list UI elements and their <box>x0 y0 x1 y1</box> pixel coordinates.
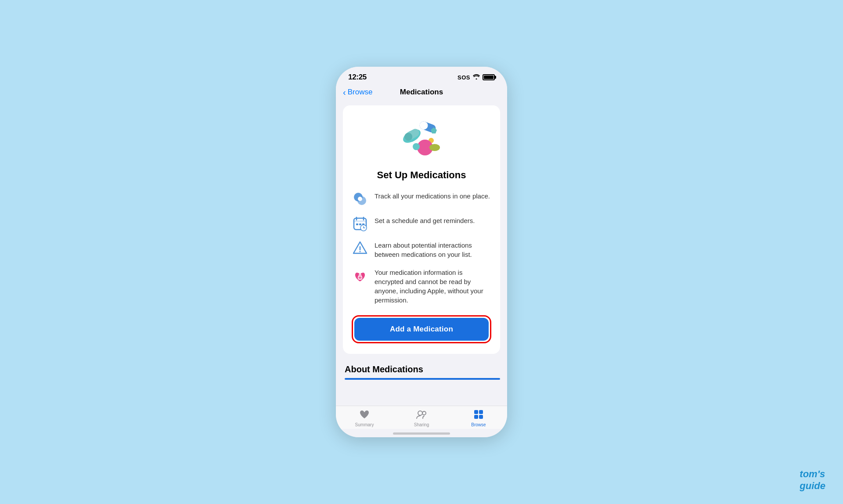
wifi-icon <box>473 74 480 81</box>
watermark-line1: tom's <box>800 468 825 480</box>
add-medication-button-wrapper: Add a Medication <box>352 315 491 343</box>
feature-item-track: Track all your medications in one place. <box>352 191 491 207</box>
watermark: tom's guide <box>800 468 825 492</box>
back-chevron-icon: ‹ <box>343 88 346 97</box>
home-bar <box>393 432 450 435</box>
tab-browse[interactable]: Browse <box>450 410 507 427</box>
battery-icon <box>483 74 495 80</box>
svg-rect-29 <box>474 410 478 414</box>
setup-title: Set Up Medications <box>377 169 466 181</box>
about-section: About Medications <box>336 357 507 383</box>
medication-graphic <box>395 118 448 162</box>
tab-summary[interactable]: Summary <box>336 410 393 427</box>
svg-rect-17 <box>356 223 358 225</box>
back-button[interactable]: ‹ Browse <box>343 88 395 97</box>
summary-heart-icon <box>359 410 370 421</box>
add-medication-button[interactable]: Add a Medication <box>354 318 489 341</box>
svg-rect-18 <box>359 223 361 225</box>
track-icon <box>352 191 368 207</box>
tab-summary-label: Summary <box>355 422 374 427</box>
svg-point-9 <box>429 144 440 151</box>
nav-bar: ‹ Browse Medications <box>336 84 507 102</box>
warning-icon <box>352 240 368 256</box>
tab-sharing-label: Sharing <box>414 422 429 427</box>
scroll-area: Set Up Medications Track all your medica… <box>336 102 507 406</box>
sos-indicator: SOS <box>458 74 470 81</box>
feature-text-interactions: Learn about potential interactions betwe… <box>375 240 491 259</box>
svg-point-12 <box>358 197 362 201</box>
browse-grid-icon <box>474 410 483 421</box>
nav-title: Medications <box>395 88 447 97</box>
svg-rect-30 <box>479 410 483 414</box>
svg-point-24 <box>360 251 361 252</box>
feature-item-schedule: Set a schedule and get reminders. <box>352 215 491 232</box>
phone-frame: 12:25 SOS ‹ Browse Medications <box>336 67 507 437</box>
status-bar: 12:25 SOS <box>336 67 507 84</box>
about-medications-title: About Medications <box>345 364 500 374</box>
about-bar <box>345 378 500 380</box>
tab-bar: Summary Sharing <box>336 406 507 429</box>
feature-text-track: Track all your medications in one place. <box>375 191 491 201</box>
feature-list: Track all your medications in one place. <box>352 191 491 305</box>
setup-card: Set Up Medications Track all your medica… <box>343 105 500 354</box>
status-icons: SOS <box>458 74 495 81</box>
back-label: Browse <box>348 88 373 97</box>
svg-rect-14 <box>354 220 366 222</box>
svg-point-28 <box>422 411 426 415</box>
tab-sharing[interactable]: Sharing <box>393 410 450 427</box>
lock-heart-icon <box>352 267 368 284</box>
svg-rect-32 <box>479 415 483 419</box>
feature-text-privacy: Your medication information is encrypted… <box>375 267 491 305</box>
feature-item-interactions: Learn about potential interactions betwe… <box>352 240 491 259</box>
svg-rect-31 <box>474 415 478 419</box>
tab-browse-label: Browse <box>471 422 486 427</box>
svg-point-8 <box>413 143 420 150</box>
feature-item-privacy: Your medication information is encrypted… <box>352 267 491 305</box>
home-indicator <box>336 429 507 437</box>
svg-point-27 <box>418 411 422 415</box>
schedule-icon <box>352 215 368 232</box>
sharing-icon <box>416 410 427 421</box>
watermark-line2: guide <box>800 480 825 492</box>
feature-text-schedule: Set a schedule and get reminders. <box>375 215 491 225</box>
status-time: 12:25 <box>348 73 367 82</box>
svg-point-26 <box>360 277 360 278</box>
